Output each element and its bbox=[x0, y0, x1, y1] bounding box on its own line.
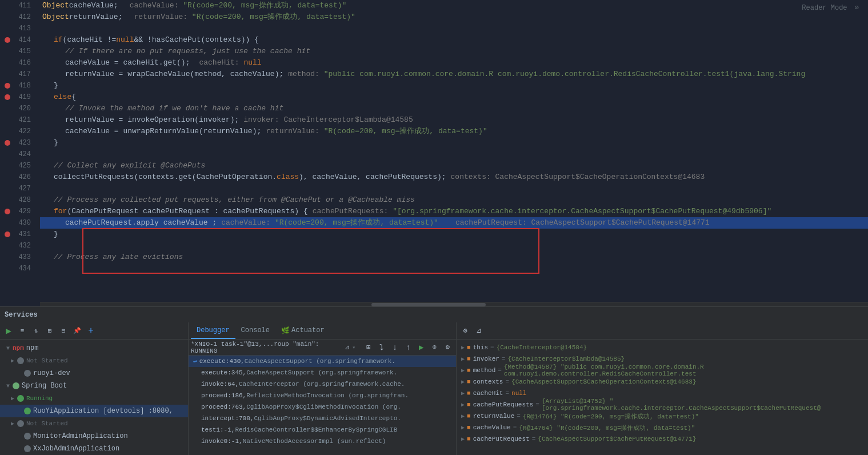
var-name-invoker: invoker bbox=[473, 356, 499, 362]
frame-item-1[interactable]: execute:345, CacheAspectSupport (org.spr… bbox=[189, 367, 456, 378]
var-val-this: {CacheInterceptor@14584} bbox=[497, 344, 587, 351]
frame-method-1: execute:345, bbox=[201, 369, 246, 376]
ruoyi-app-icon bbox=[24, 408, 31, 414]
tree-item-monitor-admin[interactable]: MonitorAdminApplication bbox=[0, 430, 188, 442]
dropdown-arrow[interactable]: ▾ bbox=[352, 344, 355, 351]
var-item-cacheHit[interactable]: ▶ ■ cacheHit = null bbox=[457, 388, 868, 399]
frame-item-7[interactable]: invoke0:-1, NativeMethodAccessorImpl (su… bbox=[189, 436, 456, 447]
vars-filter-btn[interactable]: ⊿ bbox=[473, 325, 485, 337]
mute-breakpoints-btn[interactable]: ⊙ bbox=[429, 341, 441, 354]
code-line-425: // Collect any explicit @CachePuts bbox=[40, 160, 868, 171]
filter-icon[interactable]: ⊿ bbox=[345, 344, 350, 351]
toolbar-btn-pin[interactable]: 📌 bbox=[71, 325, 83, 337]
frame-class-1: CacheAspectSupport (org.springframework. bbox=[246, 369, 397, 376]
tree-item-ruoyi-app[interactable]: RuoYiApplication [devtools] :8080, bbox=[0, 405, 188, 417]
var-item-contexts[interactable]: ▶ ■ contexts = {CacheAspectSupport$Cache… bbox=[457, 376, 868, 388]
running-label: Running bbox=[26, 395, 53, 402]
var-item-cachePutRequest[interactable]: ▶ ■ cachePutRequest = {CacheAspectSuppor… bbox=[457, 433, 868, 445]
step-over-btn[interactable]: ⤵ bbox=[375, 341, 387, 354]
toolbar-btn-group[interactable]: ⊞ bbox=[43, 325, 56, 337]
services-toolbar: ▶ ≡ ⇅ ⊞ ⊟ 📌 + bbox=[0, 322, 188, 340]
toolbar-btn-run[interactable]: ▶ bbox=[2, 325, 15, 337]
line-num-425: 425 bbox=[0, 160, 35, 171]
vars-settings-btn[interactable]: ⚙ bbox=[459, 325, 471, 337]
code-line-422: cacheValue = unwrapReturnValue(returnVal… bbox=[40, 126, 868, 137]
line-num-431: 431 bbox=[0, 229, 35, 240]
npm-not-started-label: Not Started bbox=[26, 357, 68, 364]
tab-actuator[interactable]: 🌿 Actuator bbox=[275, 323, 330, 339]
line-num-418: 418 bbox=[0, 80, 35, 91]
line-num-433: 433 bbox=[0, 252, 35, 263]
tree-item-ruoyi-dev[interactable]: ruoyi-dev bbox=[0, 367, 188, 380]
tree-item-spring-boot[interactable]: ▼ Spring Boot bbox=[0, 380, 188, 392]
tree-item-spring-not-started[interactable]: ▶ Not Started bbox=[0, 417, 188, 430]
toolbar-btn-align-vert[interactable]: ⇅ bbox=[30, 325, 42, 337]
code-line-424 bbox=[40, 149, 868, 160]
ruoyi-dev-label: ruoyi-dev bbox=[33, 369, 70, 377]
toolbar-btn-align-all[interactable]: ≡ bbox=[16, 325, 29, 337]
frame-item-4[interactable]: proceed:763, CglibAopProxy$CglibMethodIn… bbox=[189, 401, 456, 413]
frame-class-4: CglibAopProxy$CglibMethodInvocation (org… bbox=[246, 404, 401, 410]
line-num-422: 422 bbox=[0, 126, 35, 137]
var-item-returnValue[interactable]: ▶ ■ returnValue = {R@14764} "R(code=200,… bbox=[457, 410, 868, 422]
var-name-cachePutRequest: cachePutRequest bbox=[473, 436, 530, 442]
var-name-cachePutRequests: cachePutRequests bbox=[473, 401, 534, 408]
frame-item-5[interactable]: intercept:708, CglibAopProxy$DynamicAdvi… bbox=[189, 413, 456, 424]
frame-method-6: test1:-1, bbox=[201, 426, 235, 433]
code-content[interactable]: Reader Mode ⊘ Object cacheValue; cacheVa… bbox=[40, 0, 868, 306]
frame-item-3[interactable]: proceed:186, ReflectiveMethodInvocation … bbox=[189, 390, 456, 401]
frame-item-0[interactable]: ↩ execute:430, CacheAspectSupport (org.s… bbox=[189, 356, 456, 367]
var-val-returnValue: {R@14764} "R(code=200, msg=操作成功, data=te… bbox=[523, 412, 699, 421]
restore-layout-btn[interactable]: ⊞ bbox=[362, 341, 374, 354]
var-val-invoker: {CacheInterceptor$lambda@14585} bbox=[507, 356, 625, 362]
services-left-panel: ▶ ≡ ⇅ ⊞ ⊟ 📌 + ▼ npm npm ▶ bbox=[0, 322, 189, 455]
monitor-admin-icon bbox=[24, 433, 31, 440]
spring-not-started-label: Not Started bbox=[26, 420, 68, 427]
code-line-423: } bbox=[40, 137, 868, 149]
xxjob-admin-label: XxJobAdminApplication bbox=[33, 445, 119, 453]
toolbar-btn-filter[interactable]: ⊟ bbox=[57, 325, 70, 337]
step-out-btn[interactable]: ↑ bbox=[402, 341, 414, 354]
toolbar-btn-add[interactable]: + bbox=[85, 325, 97, 337]
settings-btn[interactable]: ⚙ bbox=[442, 341, 454, 354]
spring-boot-label: Spring Boot bbox=[22, 382, 67, 390]
services-middle-panel: Debugger Console 🌿 Actuator *XNIO-1 task… bbox=[189, 322, 457, 455]
code-line-416: cacheValue = cacheHit.get(); cacheHit: n… bbox=[40, 57, 868, 69]
code-line-417: returnValue = wrapCacheValue(method, cac… bbox=[40, 69, 868, 80]
line-num-412: 412 bbox=[0, 11, 35, 23]
code-line-411: Object cacheValue; cacheValue: "R(code=2… bbox=[40, 0, 868, 11]
var-item-invoker[interactable]: ▶ ■ invoker = {CacheInterceptor$lambda@1… bbox=[457, 353, 868, 365]
frame-item-2[interactable]: invoke:64, CacheInterceptor (org.springf… bbox=[189, 378, 456, 390]
frame-item-6[interactable]: test1:-1, RedisCacheController$$Enhancer… bbox=[189, 424, 456, 436]
var-item-method[interactable]: ▶ ■ method = {Method@14587} "public com.… bbox=[457, 365, 868, 376]
frame-method-0: execute:430, bbox=[199, 358, 245, 365]
var-val-contexts: {CacheAspectSupport$CacheOperationContex… bbox=[511, 378, 696, 385]
code-line-414: if (cacheHit != null && !hasCachePut(con… bbox=[40, 34, 868, 46]
var-item-cacheValue[interactable]: ▶ ■ cacheValue = {R@14764} "R(code=200, … bbox=[457, 422, 868, 433]
frame-class-2: CacheInterceptor (org.springframework.ca… bbox=[239, 381, 405, 388]
frame-class-5: CglibAopProxy$DynamicAdvisedIntercepto. bbox=[254, 415, 401, 422]
line-num-411: 411 bbox=[0, 0, 35, 11]
line-num-432: 432 bbox=[0, 240, 35, 252]
code-line-419: else { bbox=[40, 91, 868, 103]
tree-item-npm-not-started[interactable]: ▶ Not Started bbox=[0, 354, 188, 367]
var-item-this[interactable]: ▶ ■ this = {CacheInterceptor@14584} bbox=[457, 342, 868, 353]
var-item-cachePutRequests[interactable]: ▶ ■ cachePutRequests = {ArrayList@14752}… bbox=[457, 399, 868, 410]
debug-tabs: Debugger Console 🌿 Actuator bbox=[189, 322, 456, 340]
tree-item-running[interactable]: ▶ Running bbox=[0, 392, 188, 405]
debug-toolbar: *XNIO-1 task-1"@13,...roup "main": RUNNI… bbox=[189, 340, 456, 356]
resume-btn[interactable]: ▶ bbox=[415, 341, 427, 354]
tab-debugger[interactable]: Debugger bbox=[191, 323, 235, 339]
reader-mode-button[interactable]: Reader Mode ⊘ bbox=[802, 3, 859, 12]
ruoyi-dev-icon bbox=[24, 370, 31, 377]
tab-console[interactable]: Console bbox=[235, 323, 275, 339]
tree-item-xxjob-admin[interactable]: XxJobAdminApplication bbox=[0, 442, 188, 455]
thread-selector[interactable]: *XNIO-1 task-1"@13,...roup "main": RUNNI… bbox=[191, 341, 342, 354]
step-into-btn[interactable]: ↓ bbox=[389, 341, 401, 354]
line-num-427: 427 bbox=[0, 183, 35, 194]
line-num-419: 419 bbox=[0, 91, 35, 103]
tree-item-npm[interactable]: ▼ npm npm bbox=[0, 342, 188, 354]
line-num-421: 421 bbox=[0, 114, 35, 126]
line-num-426: 426 bbox=[0, 171, 35, 183]
var-val-cacheHit: null bbox=[511, 390, 526, 397]
